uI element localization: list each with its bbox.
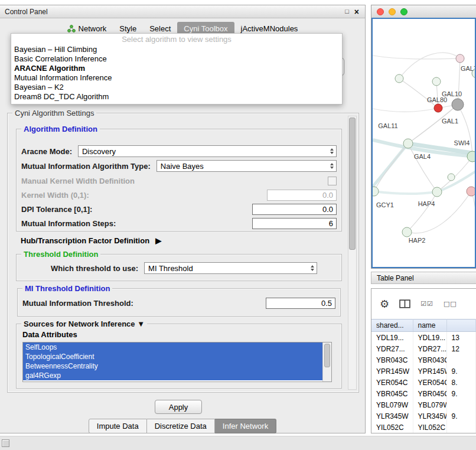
network-edge[interactable]: [373, 56, 460, 59]
table-row[interactable]: YPR145WYPR145W9.: [371, 366, 476, 377]
sources-group-title[interactable]: Sources for Network Inference ▼: [21, 319, 147, 328]
table-cell: [446, 399, 476, 410]
tab-impute-data[interactable]: Impute Data: [89, 419, 147, 433]
column-header[interactable]: name: [413, 319, 446, 332]
table-cell: 13: [446, 332, 476, 344]
threshold-definition-title: Threshold Definition: [21, 250, 100, 259]
select-all-icon[interactable]: ☑☑: [420, 300, 433, 308]
tab-label: jActiveMNodules: [241, 24, 298, 33]
attributes-scrollbar[interactable]: [322, 343, 331, 381]
dpi-tolerance-value: 0.0: [322, 205, 333, 214]
scrollbar-thumb[interactable]: [324, 344, 330, 367]
table-row[interactable]: YBL079WYBL079W: [371, 399, 476, 410]
attribute-item-selected[interactable]: gal4RGexp: [23, 371, 325, 380]
mi-threshold-label: Mutual Information Threshold:: [22, 299, 133, 308]
network-edge[interactable]: [407, 191, 471, 233]
hub-definition-toggle[interactable]: Hub/Transcription Factor Definition ▶: [21, 236, 161, 245]
network-node[interactable]: [432, 77, 441, 86]
network-node[interactable]: [395, 74, 403, 83]
which-threshold-select[interactable]: MI Threshold: [144, 262, 317, 274]
minimize-button[interactable]: [389, 8, 396, 15]
network-edge[interactable]: [374, 191, 437, 194]
algorithm-placeholder: Select algorithm to view settings: [11, 34, 342, 45]
float-panel-icon[interactable]: □: [345, 8, 349, 15]
close-button[interactable]: [377, 8, 384, 15]
combo-arrows-icon: [330, 146, 334, 156]
table-row[interactable]: YER054CYER054C8.: [371, 377, 476, 388]
algorithm-option-selected[interactable]: ARACNE Algorithm: [11, 64, 342, 73]
control-panel-titlebar[interactable]: Control Panel □ ×: [0, 5, 365, 18]
settings-scrollbar[interactable]: [348, 116, 357, 390]
network-node[interactable]: [467, 187, 476, 196]
network-view[interactable]: GAL7GAL80GAL10GAL11GAL1SWI4GAL4GCY1HAP4H…: [371, 18, 476, 268]
mi-threshold-definition-title: MI Threshold Definition: [22, 284, 112, 293]
cyni-algorithm-settings-group: Cyni Algorithm Settings Algorithm Defini…: [7, 113, 359, 393]
table-cell: YBR043C: [371, 354, 413, 366]
mi-threshold-row: Mutual Information Threshold: 0.5: [22, 296, 335, 309]
network-canvas[interactable]: GAL7GAL80GAL10GAL11GAL1SWI4GAL4GCY1HAP4H…: [373, 19, 476, 268]
network-window-titlebar[interactable]: [371, 5, 476, 18]
zoom-button[interactable]: [400, 8, 407, 15]
table-header-row: shared... name: [371, 319, 476, 332]
tab-discretize-data[interactable]: Discretize Data: [147, 419, 215, 433]
network-edge[interactable]: [437, 156, 472, 192]
manual-kernel-label: Manual Kernel Width Definition: [21, 177, 135, 185]
network-node[interactable]: [373, 187, 379, 196]
column-header[interactable]: shared...: [371, 319, 413, 332]
mi-steps-input[interactable]: 6: [252, 218, 337, 229]
attribute-item-selected[interactable]: TopologicalCoefficient: [23, 352, 325, 361]
table-settings-gear-icon[interactable]: ⚙: [380, 299, 389, 309]
aracne-mode-select[interactable]: Discovery: [78, 145, 337, 157]
table-cell: YIL052C: [371, 422, 413, 433]
minimized-panel-icon[interactable]: [2, 439, 9, 447]
tab-infer-network[interactable]: Infer Network: [215, 419, 276, 433]
network-node[interactable]: [432, 187, 442, 197]
network-node[interactable]: [452, 99, 464, 110]
network-edge[interactable]: [471, 191, 476, 227]
network-node[interactable]: [467, 151, 476, 162]
column-header[interactable]: [446, 319, 476, 332]
attribute-item-selected[interactable]: BetweennessCentrality: [23, 361, 325, 371]
table-row[interactable]: YBR045CYBR045C9.: [371, 388, 476, 399]
algorithm-option[interactable]: Mutual Information Inference: [11, 73, 342, 83]
network-edge[interactable]: [458, 58, 460, 105]
mi-type-select[interactable]: Naive Bayes: [157, 160, 337, 172]
table-cell: YIL052C: [413, 422, 446, 433]
network-node[interactable]: [403, 139, 413, 148]
node-label: GAL7: [461, 65, 476, 72]
mi-threshold-input[interactable]: 0.5: [266, 298, 335, 309]
table-cell: YDL19...: [371, 332, 413, 344]
tab-label: Style: [119, 24, 136, 33]
table-row[interactable]: YLR345WYLR345W9.: [371, 410, 476, 422]
algorithm-option[interactable]: Bayesian – Hill Climbing: [11, 45, 342, 54]
apply-button[interactable]: Apply: [155, 400, 202, 414]
dpi-tolerance-input[interactable]: 0.0: [252, 204, 337, 215]
algorithm-option[interactable]: Bayesian – K2: [11, 83, 342, 92]
table-cell: YPR145W: [413, 366, 446, 377]
network-edge[interactable]: [373, 108, 438, 112]
algorithm-option[interactable]: Dream8 DC_TDC Algorithm: [11, 92, 342, 102]
table-row[interactable]: YDR27...YDR27...12: [371, 343, 476, 354]
scrollbar-thumb[interactable]: [349, 118, 356, 250]
network-edge[interactable]: [407, 192, 437, 232]
table-row[interactable]: YDL19...YDL19...13: [371, 332, 476, 344]
table-panel-titlebar[interactable]: Table Panel: [371, 272, 476, 284]
algorithm-option[interactable]: Basic Correlation Inference: [11, 54, 342, 64]
deselect-all-icon[interactable]: □□: [444, 300, 457, 308]
attribute-item-selected[interactable]: SelfLoops: [23, 343, 325, 352]
show-columns-icon[interactable]: [399, 299, 410, 308]
network-edge[interactable]: [399, 53, 460, 79]
settings-group-title: Cyni Algorithm Settings: [12, 109, 96, 118]
network-node[interactable]: [456, 54, 464, 63]
data-attributes-list[interactable]: SelfLoops TopologicalCoefficient Between…: [22, 342, 332, 382]
network-node[interactable]: [402, 227, 412, 237]
table-row[interactable]: YIL052CYIL052C: [371, 422, 476, 433]
kernel-width-input[interactable]: 0.0: [267, 190, 337, 201]
manual-kernel-checkbox[interactable]: [328, 177, 337, 185]
cyni-bottom-tabs: Impute Data Discretize Data Infer Networ…: [0, 419, 365, 433]
network-node[interactable]: [448, 174, 455, 181]
close-panel-icon[interactable]: ×: [354, 8, 359, 16]
table-row[interactable]: YBR043CYBR043C: [371, 354, 476, 366]
network-node[interactable]: [434, 104, 442, 112]
network-edge[interactable]: [458, 105, 472, 156]
